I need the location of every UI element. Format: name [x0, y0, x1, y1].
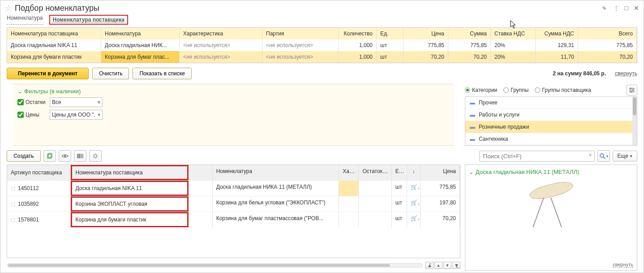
products-header-char[interactable]: Хар... — [339, 165, 359, 180]
scrollbar[interactable] — [632, 97, 637, 145]
nav-down-icon[interactable]: ▼ — [443, 262, 451, 269]
products-header-article[interactable]: Артикул поставщика — [7, 165, 71, 180]
view-categories-radio[interactable]: Категории — [465, 87, 497, 93]
svg-point-2 — [631, 91, 632, 93]
tab-nomenclature[interactable]: Номенклатура — [7, 15, 43, 25]
prices-checkbox[interactable] — [17, 112, 24, 118]
cube-icon: ⬚ — [11, 201, 15, 207]
cube-icon: ⬚ — [11, 217, 15, 223]
nav-last-icon[interactable]: ▼̲ — [452, 262, 460, 269]
svg-point-5 — [64, 155, 66, 157]
filters-title[interactable]: ⌄ Фильтры (в наличии) — [17, 88, 450, 95]
clear-search-icon[interactable]: × — [589, 152, 592, 158]
svg-rect-3 — [47, 154, 51, 158]
detail-title: Доска гладильная НИКА 11 (МЕТАЛЛ) — [476, 169, 579, 175]
balances-checkbox[interactable] — [17, 99, 24, 105]
cart-summary: 2 на сумму 846,05 р. — [553, 70, 606, 77]
products-header-nomenclature[interactable]: Номенклатура — [213, 165, 339, 180]
kebab-menu-icon[interactable]: ⋮ — [613, 4, 619, 12]
balances-label: Остатки — [26, 99, 48, 105]
products-table: Артикул поставщика Номенклатура поставщи… — [7, 165, 460, 258]
barcode-icon[interactable] — [74, 150, 86, 162]
cart-header-supplier[interactable]: Номенклатура поставщика — [7, 28, 101, 39]
collapse-cart-link[interactable]: свернуть — [615, 70, 637, 77]
favorite-star-icon[interactable]: ☆ — [5, 3, 12, 13]
products-header-unit[interactable]: Е... — [392, 165, 408, 180]
clear-button[interactable]: Очистить — [92, 68, 129, 79]
cart-header-quantity[interactable]: Количество — [339, 28, 377, 39]
svg-point-1 — [632, 90, 634, 91]
close-icon[interactable]: ✕ — [634, 4, 639, 12]
cart-row[interactable]: Доска гладильная NIKA 11 Доска гладильна… — [7, 39, 637, 51]
cart-header-nomenclature[interactable]: Номенклатура — [101, 28, 180, 39]
category-item[interactable]: ▬Розничные продажи — [465, 121, 637, 133]
transfer-to-document-button[interactable]: Перенести в документ — [7, 68, 89, 79]
tab-supplier-nomenclature[interactable]: Номенклатура поставщика — [49, 15, 128, 25]
add-to-cart-icon[interactable]: 🛒 — [411, 215, 421, 221]
cart-table: Номенклатура поставщика Номенклатура Хар… — [7, 27, 637, 63]
horizontal-scrollbar[interactable] — [7, 263, 423, 268]
svg-rect-4 — [48, 153, 52, 157]
chevron-down-icon: ⌄ — [17, 88, 22, 95]
cart-header-price[interactable]: Цена — [404, 28, 448, 39]
cart-header-vatsum[interactable]: Сумма НДС — [536, 28, 578, 39]
add-to-cart-icon[interactable]: 🛒 — [411, 199, 421, 206]
maximize-icon[interactable]: □ — [625, 4, 628, 12]
more-button[interactable]: Еще▾ — [613, 151, 637, 161]
cart-header-unit[interactable]: Ед. — [377, 28, 404, 39]
create-button[interactable]: Создать — [7, 150, 41, 162]
balances-select[interactable]: Все ▾ — [50, 97, 103, 107]
search-button-icon[interactable]: ▾ — [597, 150, 610, 162]
view-icon[interactable] — [59, 150, 71, 162]
cube-icon: ⬚ — [11, 186, 15, 191]
add-to-cart-icon[interactable]: 🛒 — [411, 184, 421, 190]
products-header-remain[interactable]: Остаток ... — [359, 165, 391, 180]
prices-label: Цены — [26, 112, 48, 118]
chevron-down-icon[interactable]: ⌄ — [469, 169, 474, 175]
products-header-price[interactable]: Цена — [421, 165, 460, 180]
cart-header-total[interactable]: Всего — [578, 28, 637, 39]
product-row[interactable]: ⬚1035892 Корзина ЭКОПЛАСТ угловая Корзин… — [7, 196, 460, 212]
svg-point-7 — [600, 154, 604, 157]
product-row[interactable]: ⬚1450112 Доска гладильная NIKA 11 Доска … — [7, 180, 460, 196]
products-header-supplier[interactable]: Номенклатура поставщика — [71, 165, 189, 180]
cart-header-sum[interactable]: Сумма — [448, 28, 491, 39]
page-title: Подбор номенклатуры — [15, 4, 99, 13]
category-item[interactable]: ▬Сантехника — [465, 133, 637, 145]
view-supplier-groups-radio[interactable]: Группы поставщика — [535, 87, 591, 93]
copy-icon[interactable] — [43, 150, 56, 162]
products-header-sort[interactable]: ↓ — [407, 165, 421, 180]
cart-header-vatrate[interactable]: Ставка НДС — [491, 28, 536, 39]
view-groups-radio[interactable]: Группы — [503, 87, 528, 93]
settings-icon[interactable] — [627, 85, 637, 95]
show-in-list-button[interactable]: Показать в списке — [133, 68, 191, 79]
link-icon[interactable] — [601, 4, 608, 12]
collapse-detail-link[interactable]: свернуть — [613, 262, 633, 268]
cart-header-party[interactable]: Партия — [262, 28, 339, 39]
gear-icon[interactable] — [89, 150, 102, 162]
svg-point-6 — [94, 155, 97, 157]
category-list: ▬Прочее ▬Работы и услуги ▬Розничные прод… — [465, 96, 637, 146]
nav-up-icon[interactable]: ▲ — [434, 262, 442, 269]
product-image — [469, 179, 633, 233]
category-item[interactable]: ▬Прочее — [465, 97, 637, 109]
search-input[interactable] — [479, 151, 595, 162]
svg-point-0 — [630, 88, 631, 89]
product-row[interactable]: ⬚1578801 Корзина для бумаги пластик Корз… — [7, 212, 460, 227]
products-header-blank[interactable] — [189, 165, 213, 180]
nav-first-icon[interactable]: ▲̅ — [425, 262, 434, 269]
prices-select[interactable]: Цены для ООО ". ▾ — [50, 110, 103, 120]
cart-row[interactable]: Корзина для бумаги пластик Корзина для б… — [7, 51, 637, 63]
detail-panel: ⌄ Доска гладильная НИКА 11 (МЕТАЛЛ) свер… — [465, 165, 637, 271]
category-item[interactable]: ▬Работы и услуги — [465, 109, 637, 121]
cart-header-characteristic[interactable]: Характеристика — [180, 28, 262, 39]
